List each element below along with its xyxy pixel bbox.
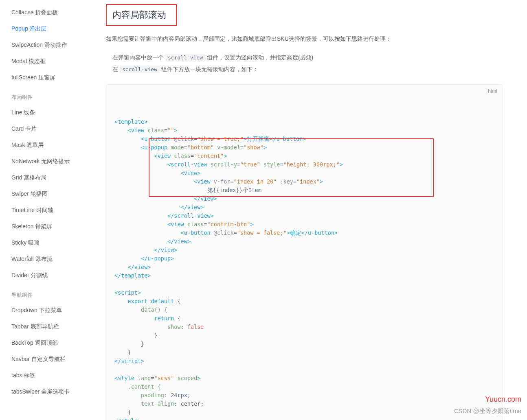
- main-content: 内容局部滚动 如果您需要让弹窗中的内容局部滚动，局部固定，比如商城底部弹出SKU…: [98, 0, 527, 420]
- heading-highlight: 内容局部滚动: [106, 4, 177, 26]
- watermark-author: CSDN @坐等夕阳落time: [454, 407, 521, 415]
- sidebar-item[interactable]: Popup 弹出层: [0, 20, 98, 37]
- sidebar-item[interactable]: Dropdown 下拉菜单: [0, 302, 98, 318]
- sidebar: Collapse 折叠面板Popup 弹出层SwipeAction 滑动操作Mo…: [0, 0, 98, 420]
- bullet-item: 在 scroll-view 组件下方放一块无需滚动内容，如下：: [112, 63, 503, 75]
- inline-code: scroll-view: [165, 54, 205, 61]
- sidebar-item[interactable]: Card 卡片: [0, 120, 98, 137]
- sidebar-item[interactable]: Line 线条: [0, 104, 98, 120]
- bullet-list: 在弹窗内容中放一个 scroll-view 组件，设置为竖向滚动，并指定高度(必…: [106, 52, 503, 76]
- sidebar-group-layout: 布局组件: [0, 85, 98, 104]
- section-heading: 内容局部滚动: [112, 9, 166, 21]
- sidebar-item[interactable]: tabs 标签: [0, 367, 98, 383]
- sidebar-item[interactable]: Tabbar 底部导航栏: [0, 318, 98, 335]
- sidebar-group-nav: 导航组件: [0, 283, 98, 302]
- sidebar-item[interactable]: SwipeAction 滑动操作: [0, 37, 98, 53]
- sidebar-item[interactable]: BackTop 返回顶部: [0, 335, 98, 351]
- sidebar-item[interactable]: Navbar 自定义导航栏: [0, 351, 98, 367]
- code-block: html <template> <view class=""> <u-butto…: [106, 84, 503, 420]
- inline-code: scroll-view: [120, 66, 160, 73]
- sidebar-item[interactable]: NoNetwork 无网络提示: [0, 153, 98, 169]
- sidebar-item[interactable]: TimeLine 时间轴: [0, 202, 98, 218]
- sidebar-item[interactable]: Waterfall 瀑布流: [0, 251, 98, 267]
- sidebar-item[interactable]: Swiper 轮播图: [0, 186, 98, 202]
- sidebar-item[interactable]: Sticky 吸顶: [0, 234, 98, 251]
- sidebar-item[interactable]: fullScreen 压窗屏: [0, 69, 98, 85]
- sidebar-item[interactable]: Skeleton 骨架屏: [0, 218, 98, 234]
- sidebar-item[interactable]: Mask 遮罩层: [0, 137, 98, 153]
- sidebar-item[interactable]: Collapse 折叠面板: [0, 4, 98, 20]
- watermark-site: Yuucn.com: [485, 395, 521, 404]
- sidebar-item[interactable]: Divider 分割线: [0, 267, 98, 283]
- sidebar-item[interactable]: tabsSwiper 全屏选项卡: [0, 383, 98, 400]
- sidebar-item[interactable]: Modal 模态框: [0, 53, 98, 69]
- bullet-item: 在弹窗内容中放一个 scroll-view 组件，设置为竖向滚动，并指定高度(必…: [112, 52, 503, 63]
- sidebar-item[interactable]: Grid 宫格布局: [0, 169, 98, 186]
- code-lang-label: html: [488, 87, 497, 96]
- section-desc: 如果您需要让弹窗中的内容局部滚动，局部固定，比如商城底部弹出SKU选择的场景，可…: [106, 33, 503, 44]
